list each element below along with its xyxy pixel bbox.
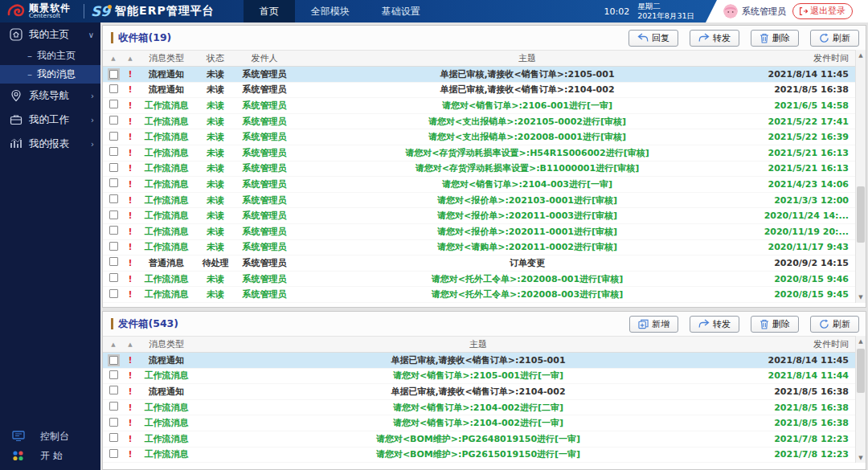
scroll-down-icon[interactable]: ▼: [856, 292, 866, 303]
refresh-button[interactable]: 刷新: [810, 316, 859, 333]
scroll-up-icon[interactable]: ▲: [856, 50, 866, 60]
start-button[interactable]: 开 始: [0, 446, 100, 465]
inbox-message-row[interactable]: ! 工作流消息 未读 系统管理员 请您对<销售订单>:2104-003进行[一审…: [103, 177, 855, 193]
inbox-message-row[interactable]: ! 工作流消息 未读 系统管理员 请您对<存货浮动耗损率设置>:H54R1S00…: [103, 145, 855, 161]
outbox-message-row[interactable]: ! 工作流消息 请您对<销售订单>:2104-002进行[一审] 2021/8/…: [103, 415, 855, 431]
message-status: 未读: [196, 68, 235, 80]
priority-flag-icon: !: [124, 290, 137, 299]
scrollbar-thumb[interactable]: [857, 349, 865, 393]
row-checkbox[interactable]: [109, 386, 118, 394]
nav-tab-all-modules[interactable]: 全部模块: [295, 0, 366, 22]
col-type[interactable]: 消息类型: [137, 338, 196, 350]
outbox-message-row[interactable]: ! 工作流消息 请您对<BOM维护>:PG2648019150进行[一审] 20…: [103, 431, 855, 448]
reply-button[interactable]: 回复: [628, 30, 678, 47]
delete-button[interactable]: 删除: [751, 316, 799, 333]
row-checkbox[interactable]: [109, 100, 118, 108]
row-checkbox[interactable]: [109, 257, 118, 266]
col-sender[interactable]: 发件人: [235, 52, 294, 64]
col-subject[interactable]: 主题: [294, 52, 760, 64]
outbox-message-row[interactable]: ! 流程通知 单据已审核,请接收<销售订单>:2104-002 2021/8/5…: [103, 384, 855, 400]
inbox-message-row[interactable]: ! 工作流消息 未读 系统管理员 请您对<报价单>:202011-0003进行[…: [103, 208, 855, 224]
sort-attachment-icon[interactable]: ▲: [103, 341, 124, 348]
row-checkbox[interactable]: [109, 147, 118, 156]
outbox-message-row[interactable]: ! 工作流消息 请您对<销售订单>:2104-002进行[二审] 2021/8/…: [103, 400, 855, 416]
row-checkbox[interactable]: [109, 132, 118, 141]
sidebar-subitem-my-home[interactable]: – 我的主页: [0, 47, 100, 65]
row-checkbox[interactable]: [109, 242, 118, 251]
sidebar-item-system-nav[interactable]: 系统导航 ›: [0, 84, 100, 108]
inbox-message-row[interactable]: ! 流程通知 未读 系统管理员 单据已审核,请接收<销售订单>:2104-002…: [103, 83, 855, 99]
sidebar-item-my-work[interactable]: 我的工作 ›: [0, 108, 100, 132]
col-time[interactable]: 发件时间: [760, 338, 855, 350]
sidebar-subitem-my-messages[interactable]: – 我的消息: [0, 65, 100, 84]
row-checkbox[interactable]: [109, 116, 118, 125]
outbox-scrollbar[interactable]: ▲ ▼: [855, 336, 866, 463]
row-checkbox[interactable]: [109, 418, 118, 427]
row-checkbox[interactable]: [109, 178, 118, 187]
message-time: 2021/5/22 16:39: [760, 132, 855, 142]
delete-button[interactable]: 删除: [751, 30, 799, 47]
priority-flag-icon: !: [124, 211, 137, 220]
inbox-message-row[interactable]: ! 普通消息 待处理 系统管理员 订单变更 2020/9/2 14:15: [103, 255, 855, 272]
inbox-message-row[interactable]: ! 工作流消息 未读 系统管理员 请您对<支出报销单>:202008-0001进…: [103, 129, 855, 145]
priority-flag-icon: !: [124, 419, 137, 427]
row-checkbox[interactable]: [109, 370, 118, 379]
message-type: 流程通知: [137, 84, 196, 96]
row-checkbox[interactable]: [109, 449, 118, 458]
console-button[interactable]: 控制台: [0, 427, 100, 446]
col-status[interactable]: 状态: [196, 52, 235, 64]
inbox-message-row[interactable]: ! 工作流消息 未读 系统管理员 请您对<报价单>:202103-0001进行[…: [103, 193, 855, 209]
row-checkbox[interactable]: [109, 402, 118, 411]
inbox-scrollbar[interactable]: ▲ ▼: [855, 50, 866, 303]
forward-button[interactable]: 转发: [690, 316, 739, 333]
inbox-message-row[interactable]: ! 工作流消息 未读 系统管理员 请您对<销售订单>:2106-001进行[一审…: [103, 98, 855, 114]
inbox-message-row[interactable]: ! 流程通知 未读 系统管理员 单据已审核,请接收<销售订单>:2105-001…: [103, 67, 855, 83]
message-sender: 系统管理员: [235, 131, 294, 143]
inbox-panel: 收件箱(19) 回复 转发 删除: [102, 25, 866, 308]
inbox-message-row[interactable]: ! 工作流消息 未读 系统管理员 请您对<托外工令单>:202008-001进行…: [103, 272, 855, 288]
logout-button[interactable]: 退出登录: [792, 3, 853, 19]
message-time: 2020/8/15 9:45: [760, 289, 855, 300]
sort-flag-icon[interactable]: ▲: [124, 55, 137, 62]
sort-attachment-icon[interactable]: ▲: [103, 55, 124, 62]
nav-tab-basic-settings[interactable]: 基础设置: [366, 0, 436, 22]
refresh-button[interactable]: 刷新: [810, 30, 859, 47]
inbox-message-row[interactable]: ! 工作流消息 未读 系统管理员 请您对<支出报销单>:202105-0002进…: [103, 114, 855, 130]
inbox-message-row[interactable]: ! 工作流消息 未读 系统管理员 请您对<请购单>:202011-0002进行[…: [103, 240, 855, 256]
col-time[interactable]: 发件时间: [760, 52, 855, 64]
col-subject[interactable]: 主题: [196, 338, 760, 350]
sidebar-item-my-home[interactable]: 我的主页 ∨: [0, 22, 100, 47]
add-button[interactable]: 新增: [629, 316, 678, 333]
row-checkbox[interactable]: [109, 356, 118, 365]
avatar[interactable]: [723, 4, 738, 18]
col-type[interactable]: 消息类型: [137, 52, 196, 64]
outbox-message-row[interactable]: ! 工作流消息 请您对<BOM维护>:PG2615019150进行[一审] 20…: [103, 448, 855, 464]
title-accent-bar: [111, 32, 113, 43]
sort-flag-icon[interactable]: ▲: [124, 341, 137, 348]
row-checkbox[interactable]: [109, 194, 118, 203]
nav-tab-home[interactable]: 首页: [244, 0, 295, 22]
row-checkbox[interactable]: [109, 163, 118, 172]
outbox-message-row[interactable]: ! 流程通知 单据已审核,请接收<销售订单>:2105-001 2021/8/1…: [103, 353, 855, 369]
scroll-down-icon[interactable]: ▼: [856, 452, 866, 463]
row-checkbox[interactable]: [109, 289, 118, 298]
outbox-toolbar: 新增 转发 删除 刷新: [629, 316, 859, 333]
s9-dot-icon: [108, 5, 112, 9]
message-subject: 请您对<报价单>:202103-0001进行[审核]: [294, 194, 760, 206]
row-checkbox[interactable]: [109, 226, 118, 235]
inbox-message-row[interactable]: ! 工作流消息 未读 系统管理员 请您对<存货浮动耗损率设置>:B1100000…: [103, 161, 855, 178]
row-checkbox[interactable]: [109, 433, 118, 442]
row-checkbox[interactable]: [109, 273, 118, 282]
row-checkbox[interactable]: [109, 70, 118, 79]
inbox-message-row[interactable]: ! 工作流消息 未读 系统管理员 请您对<报价单>:202011-0001进行[…: [103, 224, 855, 240]
scroll-up-icon[interactable]: ▲: [856, 336, 866, 346]
clock: 10:02: [604, 6, 629, 17]
forward-button[interactable]: 转发: [690, 30, 739, 47]
sidebar-item-my-reports[interactable]: 我的报表 ›: [0, 132, 100, 156]
outbox-message-row[interactable]: ! 工作流消息 请您对<销售订单>:2105-001进行[一审] 2021/8/…: [103, 369, 855, 385]
scrollbar-thumb[interactable]: [857, 186, 865, 243]
row-checkbox[interactable]: [109, 84, 118, 93]
row-checkbox[interactable]: [109, 210, 118, 219]
inbox-message-row[interactable]: ! 工作流消息 未读 系统管理员 请您对<托外工令单>:202008-003进行…: [103, 287, 855, 303]
message-sender: 系统管理员: [235, 273, 294, 285]
